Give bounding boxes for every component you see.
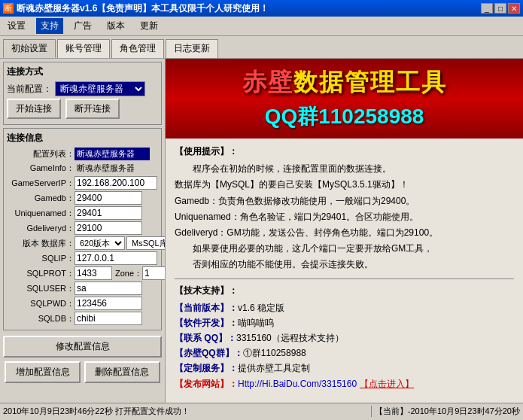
modify-config-button[interactable]: 修改配置信息 bbox=[3, 336, 162, 358]
add-config-button[interactable]: 增加配置信息 bbox=[5, 361, 81, 383]
sqlip-input[interactable] bbox=[74, 251, 157, 265]
right-header-banner: 赤壁数据管理工具 QQ群110258988 bbox=[166, 59, 523, 138]
divider bbox=[175, 278, 514, 279]
sqluser-row: SQLUSER： bbox=[7, 282, 158, 295]
sqlport-input[interactable] bbox=[74, 266, 112, 280]
gdeliveryd-input[interactable] bbox=[74, 221, 142, 235]
website-label: 【发布网站】： bbox=[175, 377, 238, 391]
status-right: 【当前】-2010年10月9日23时47分20秒 bbox=[372, 406, 523, 417]
menu-support[interactable]: 支持 bbox=[36, 18, 63, 34]
menu-bar: 设置 支持 广告 版本 更新 bbox=[0, 17, 523, 36]
version-select[interactable]: 620版本 bbox=[74, 236, 125, 250]
sqluser-input[interactable] bbox=[74, 282, 142, 295]
db-select[interactable]: MsSQL库 bbox=[126, 236, 166, 250]
gdeliveryd-row: Gdeliveryd： bbox=[7, 221, 158, 235]
current-config-label: 当前配置： bbox=[7, 83, 52, 96]
website-value: Http://Hi.BaiDu.Com/3315160 bbox=[238, 377, 357, 391]
gameinfo-label: GameInfo： bbox=[7, 163, 74, 174]
qq-row: 【联系 QQ】： 3315160（远程技术支持） bbox=[175, 331, 514, 345]
tab-role-management[interactable]: 角色管理 bbox=[111, 39, 164, 58]
close-button[interactable]: ✕ bbox=[508, 3, 520, 14]
tip2: 数据库为【MySQL】的要自己安装【MySQL3.5.1驱动】！ bbox=[175, 178, 514, 192]
tip4: Uniquenamed：角色名验证，端口为29401。合区功能使用。 bbox=[175, 210, 514, 224]
uniquenamed-label: Uniquenamed： bbox=[7, 208, 74, 219]
delete-config-button[interactable]: 删除配置信息 bbox=[84, 361, 160, 383]
qq-group-number: 110258988 bbox=[318, 105, 424, 128]
add-delete-row: 增加配置信息 删除配置信息 bbox=[3, 360, 162, 385]
sqldb-label: SQLDB： bbox=[7, 313, 74, 324]
sqlport-row: SQLPROT： Zone： bbox=[7, 266, 158, 280]
gameserver-label: GameServerIP： bbox=[7, 178, 74, 189]
website-row: 【发布网站】： Http://Hi.BaiDu.Com/3315160 【点击进… bbox=[175, 377, 514, 391]
custom-value: 提供赤壁工具定制 bbox=[238, 361, 310, 376]
tips-section: 【使用提示】： 程序会在初始的时候，连接配置里面的数据连接。 数据库为【MySQ… bbox=[175, 145, 514, 272]
right-body: 【使用提示】： 程序会在初始的时候，连接配置里面的数据连接。 数据库为【MySQ… bbox=[166, 138, 523, 398]
gameinfo-value: 断魂赤壁服务器 bbox=[74, 162, 137, 175]
gamedb-row: Gamedb： bbox=[7, 191, 158, 205]
left-panel: 连接方式 当前配置： 断魂赤壁服务器 开始连接 断开连接 连接信息 配置列表： … bbox=[0, 59, 166, 403]
custom-row: 【定制服务】： 提供赤壁工具定制 bbox=[175, 361, 514, 376]
app-icon: 断 bbox=[3, 3, 14, 14]
tips-title: 【使用提示】： bbox=[175, 145, 514, 159]
menu-version[interactable]: 版本 bbox=[102, 18, 129, 34]
status-bar: 2010年10月9日23时46分22秒 打开配置文件成功！ 【当前】-2010年… bbox=[0, 403, 523, 419]
sqlpwd-row: SQLPWD： bbox=[7, 297, 158, 310]
tip5: Gdeliveryd：GM功能，发送公告、封停角色功能。端口为29100。 bbox=[175, 226, 514, 240]
sqlport-label: SQLPROT： bbox=[7, 268, 74, 279]
disconnect-button[interactable]: 断开连接 bbox=[65, 99, 120, 119]
gameserver-input[interactable] bbox=[74, 176, 157, 190]
tip7: 否则相应的功能不能使用。会提示连接失败。 bbox=[175, 257, 514, 272]
menu-settings[interactable]: 设置 bbox=[3, 18, 30, 34]
gdeliveryd-label: Gdeliveryd： bbox=[7, 223, 74, 234]
menu-ads[interactable]: 广告 bbox=[69, 18, 96, 34]
version-info-row: 【当前版本】： v1.6 稳定版 bbox=[175, 301, 514, 315]
website-click-link[interactable]: 【点击进入】 bbox=[360, 377, 414, 391]
connection-info-group: 连接信息 配置列表： 断魂赤壁服务器 GameInfo： 断魂赤壁服务器 Gam… bbox=[3, 128, 162, 330]
minimize-button[interactable]: _ bbox=[481, 3, 493, 14]
version-label: 【当前版本】： bbox=[175, 301, 238, 315]
tab-initial-settings[interactable]: 初始设置 bbox=[3, 39, 56, 58]
menu-update[interactable]: 更新 bbox=[135, 18, 163, 34]
support-title: 【技术支持】： bbox=[175, 284, 514, 298]
qq-group-display: QQ群110258988 bbox=[181, 102, 508, 131]
current-config-row: 当前配置： 断魂赤壁服务器 bbox=[7, 81, 158, 96]
tab-account-management[interactable]: 账号管理 bbox=[57, 39, 110, 58]
sqlip-row: SQLIP： bbox=[7, 251, 158, 265]
chibiqq-label: 【赤壁QQ群】： bbox=[175, 346, 243, 361]
connection-info-title: 连接信息 bbox=[7, 132, 158, 145]
main-content: 连接方式 当前配置： 断魂赤壁服务器 开始连接 断开连接 连接信息 配置列表： … bbox=[0, 58, 523, 403]
dev-row: 【软件开发】： 喵呜喵呜 bbox=[175, 316, 514, 330]
sqlpwd-input[interactable] bbox=[74, 297, 142, 310]
sqluser-label: SQLUSER： bbox=[7, 283, 74, 294]
maximize-button[interactable]: □ bbox=[494, 3, 506, 14]
title-bar: 断 断魂赤壁服务器v1.6【免责声明】本工具仅限千个人研究使用！ _ □ ✕ bbox=[0, 0, 523, 17]
sqldb-input[interactable] bbox=[74, 312, 142, 325]
window-title: 断魂赤壁服务器v1.6【免责声明】本工具仅限千个人研究使用！ bbox=[17, 2, 479, 15]
gameserver-row: GameServerIP： bbox=[7, 176, 158, 190]
tab-log-update[interactable]: 日志更新 bbox=[166, 39, 218, 58]
connect-buttons-row: 开始连接 断开连接 bbox=[7, 99, 158, 119]
version-db-label: 版本 数据库： bbox=[7, 238, 74, 249]
gamedb-label: Gamedb： bbox=[7, 193, 74, 204]
current-config-select[interactable]: 断魂赤壁服务器 bbox=[55, 81, 145, 96]
zone-input[interactable] bbox=[142, 266, 166, 280]
tab-bar: 初始设置 账号管理 角色管理 日志更新 bbox=[0, 36, 523, 58]
banner-title-part2: 数据管理工具 bbox=[293, 68, 447, 96]
qq-value: 3315160（远程技术支持） bbox=[236, 331, 344, 345]
qq-group-label: QQ群 bbox=[265, 105, 319, 128]
connect-section-title: 连接方式 bbox=[7, 65, 158, 78]
sqldb-row: SQLDB： bbox=[7, 312, 158, 325]
gamedb-input[interactable] bbox=[74, 191, 142, 205]
connect-mode-group: 连接方式 当前配置： 断魂赤壁服务器 开始连接 断开连接 bbox=[3, 62, 162, 125]
dev-value: 喵呜喵呜 bbox=[238, 316, 274, 330]
sqlpwd-label: SQLPWD： bbox=[7, 298, 74, 309]
uniquenamed-input[interactable] bbox=[74, 206, 142, 220]
gameinfo-row: GameInfo： 断魂赤壁服务器 bbox=[7, 162, 158, 175]
custom-label: 【定制服务】： bbox=[175, 361, 238, 376]
connect-button[interactable]: 开始连接 bbox=[7, 99, 61, 119]
tip1: 程序会在初始的时候，连接配置里面的数据连接。 bbox=[175, 162, 514, 176]
chibiqq-value: ①群110258988 bbox=[243, 346, 306, 361]
banner-title-part1: 赤壁 bbox=[242, 68, 293, 96]
support-section: 【技术支持】： 【当前版本】： v1.6 稳定版 【软件开发】： 喵呜喵呜 【联… bbox=[175, 284, 514, 391]
banner-title: 赤壁数据管理工具 bbox=[181, 66, 508, 99]
